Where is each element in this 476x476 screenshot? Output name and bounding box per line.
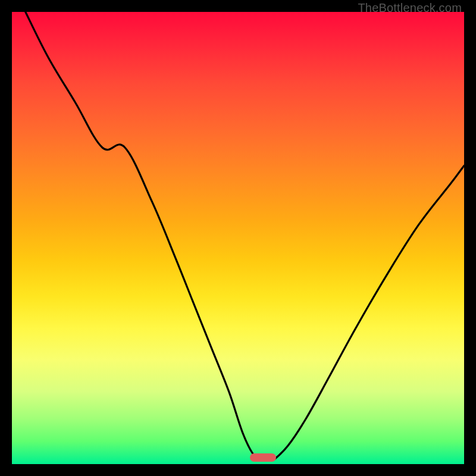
plot-area [12,12,464,464]
chart-canvas: TheBottleneck.com [0,0,476,476]
curve-left [26,12,263,459]
curve-right [274,165,464,459]
bottleneck-curve [12,12,464,464]
minimum-marker [250,453,276,462]
